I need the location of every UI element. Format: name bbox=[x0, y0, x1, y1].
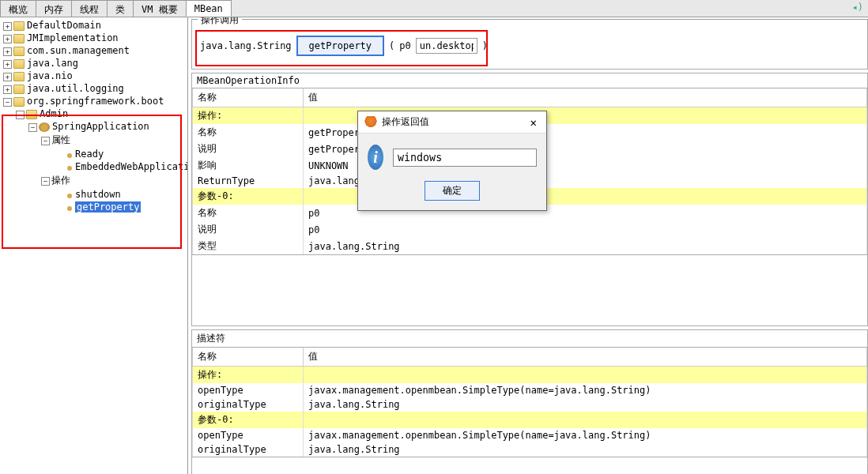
operation-invoke-fieldset: 操作调用 java.lang.String getProperty ( p0 ) bbox=[191, 19, 868, 70]
cell-value: java.lang.String bbox=[304, 442, 867, 457]
expand-icon[interactable]: + bbox=[3, 73, 12, 81]
folder-open-icon bbox=[13, 97, 25, 107]
col-value[interactable]: 值 bbox=[304, 88, 867, 107]
dot-icon bbox=[67, 153, 72, 158]
tree-node-ready[interactable]: Ready bbox=[75, 149, 104, 160]
col-name[interactable]: 名称 bbox=[193, 348, 304, 367]
cell-value: javax.management.openmbean.SimpleType(na… bbox=[304, 383, 867, 397]
cell-name: 说明 bbox=[193, 141, 304, 157]
tab-vm-summary[interactable]: VM 概要 bbox=[133, 0, 187, 17]
cell-name: 名称 bbox=[193, 124, 304, 141]
tree-node-spring[interactable]: org.springframework.boot bbox=[27, 96, 164, 107]
tree-node-comsun[interactable]: com.sun.management bbox=[27, 45, 130, 56]
tree-node-shutdown[interactable]: shutdown bbox=[75, 189, 121, 200]
tree-node-javalog[interactable]: java.util.logging bbox=[27, 83, 124, 94]
cell-name: originalType bbox=[193, 397, 304, 412]
cell-name: 名称 bbox=[193, 205, 304, 221]
tree-node-embedded[interactable]: EmbeddedWebApplicationContext bbox=[75, 161, 188, 172]
result-value-field[interactable] bbox=[393, 149, 537, 167]
descriptor-table: 名称值 操作:openTypejavax.management.openmbea… bbox=[192, 348, 867, 457]
mbean-detail-panel: 操作调用 java.lang.String getProperty ( p0 )… bbox=[188, 17, 868, 474]
folder-icon bbox=[13, 72, 25, 81]
expand-icon[interactable]: + bbox=[3, 22, 12, 31]
tab-bar: 概览 内存 线程 类 VM 概要 MBean ◂) bbox=[0, 0, 868, 17]
tree-node-defaultdomain[interactable]: DefaultDomain bbox=[27, 20, 101, 31]
cell-value: java.lang.String bbox=[304, 397, 867, 412]
folder-icon bbox=[13, 47, 25, 56]
tab-memory[interactable]: 内存 bbox=[36, 0, 72, 17]
paren-open: ( bbox=[389, 40, 394, 51]
collapse-icon[interactable]: − bbox=[16, 111, 25, 119]
tab-overview[interactable]: 概览 bbox=[0, 0, 36, 17]
cell-value: javax.management.openmbean.SimpleType(na… bbox=[304, 428, 867, 442]
operation-return-type: java.lang.String bbox=[200, 40, 292, 51]
tab-threads[interactable]: 线程 bbox=[71, 0, 108, 17]
tree-node-attrs[interactable]: 属性 bbox=[51, 134, 70, 145]
mbean-op-info-title: MBeanOperationInfo bbox=[191, 73, 868, 88]
operation-invoke-title: 操作调用 bbox=[198, 17, 242, 27]
cell-name: 操作: bbox=[193, 367, 304, 384]
leaf-icon bbox=[54, 201, 62, 210]
connection-status-icon: ◂) bbox=[847, 0, 868, 17]
folder-icon bbox=[13, 85, 25, 94]
collapse-icon[interactable]: − bbox=[3, 98, 12, 107]
cell-value bbox=[304, 367, 867, 384]
table-row[interactable]: openTypejavax.management.openmbean.Simpl… bbox=[193, 383, 867, 397]
cell-name: 参数-0: bbox=[193, 412, 304, 428]
tree-node-javanio[interactable]: java.nio bbox=[27, 70, 73, 81]
tab-classes[interactable]: 类 bbox=[107, 0, 134, 17]
mbean-tree[interactable]: +DefaultDomain +JMImplementation +com.su… bbox=[0, 17, 187, 215]
tree-node-ops[interactable]: 操作 bbox=[51, 175, 70, 186]
tree-node-jmimpl[interactable]: JMImplementation bbox=[27, 32, 119, 43]
cell-name: 参数-0: bbox=[193, 188, 304, 205]
result-dialog: 操作返回值 ✕ i 确定 bbox=[357, 111, 547, 211]
dot-icon bbox=[67, 206, 72, 211]
paren-close: ) bbox=[482, 40, 488, 51]
leaf-icon bbox=[54, 189, 62, 198]
table-row[interactable]: originalTypejava.lang.String bbox=[193, 442, 867, 457]
col-value[interactable]: 值 bbox=[304, 348, 867, 367]
mbean-tree-panel: +DefaultDomain +JMImplementation +com.su… bbox=[0, 17, 188, 474]
ok-button[interactable]: 确定 bbox=[425, 181, 480, 201]
dialog-title: 操作返回值 bbox=[382, 115, 527, 129]
folder-open-icon bbox=[26, 110, 37, 119]
table-row[interactable]: 说明p0 bbox=[193, 221, 867, 238]
cell-value: java.lang.String bbox=[304, 238, 867, 254]
expand-icon[interactable]: + bbox=[3, 85, 12, 94]
tree-node-getproperty[interactable]: getProperty bbox=[75, 201, 141, 213]
table-row[interactable]: openTypejavax.management.openmbean.Simpl… bbox=[193, 428, 867, 442]
tree-node-springapp[interactable]: SpringApplication bbox=[52, 121, 149, 132]
cell-name: ReturnType bbox=[193, 174, 304, 188]
cell-name: openType bbox=[193, 383, 304, 397]
close-icon[interactable]: ✕ bbox=[527, 116, 540, 129]
dot-icon bbox=[67, 166, 72, 171]
folder-icon bbox=[13, 21, 25, 31]
collapse-icon[interactable]: − bbox=[28, 123, 37, 132]
info-icon: i bbox=[368, 145, 383, 170]
table-row[interactable]: 类型java.lang.String bbox=[193, 238, 867, 254]
expand-icon[interactable]: + bbox=[3, 35, 12, 43]
table-row[interactable]: 参数-0: bbox=[193, 412, 867, 428]
leaf-icon bbox=[54, 149, 62, 157]
folder-icon bbox=[13, 59, 25, 69]
java-icon bbox=[364, 116, 377, 129]
table-row[interactable]: originalTypejava.lang.String bbox=[193, 397, 867, 412]
collapse-icon[interactable]: − bbox=[41, 137, 50, 145]
param-value-input[interactable] bbox=[416, 38, 477, 54]
bean-icon bbox=[39, 122, 50, 132]
collapse-icon[interactable]: − bbox=[41, 177, 50, 186]
col-name[interactable]: 名称 bbox=[193, 88, 304, 107]
invoke-operation-button[interactable]: getProperty bbox=[296, 36, 384, 56]
tree-node-javalang[interactable]: java.lang bbox=[27, 58, 78, 69]
tree-node-admin[interactable]: Admin bbox=[40, 108, 68, 119]
cell-name: 影响 bbox=[193, 157, 304, 174]
expand-icon[interactable]: + bbox=[3, 60, 12, 69]
leaf-icon bbox=[54, 161, 62, 170]
table-row[interactable]: 操作: bbox=[193, 367, 867, 384]
tab-mbean[interactable]: MBean bbox=[186, 0, 232, 17]
cell-name: originalType bbox=[193, 442, 304, 457]
cell-name: 说明 bbox=[193, 221, 304, 238]
expand-icon[interactable]: + bbox=[3, 47, 12, 56]
cell-name: 类型 bbox=[193, 238, 304, 254]
cell-value bbox=[304, 412, 867, 428]
